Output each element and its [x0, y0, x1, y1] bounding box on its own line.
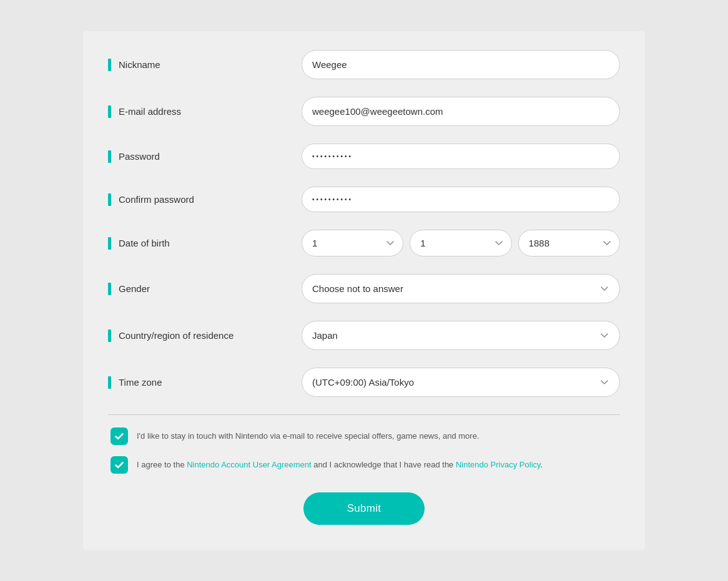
submit-button[interactable]: Submit: [303, 492, 425, 525]
confirm-password-row: Confirm password: [108, 187, 620, 212]
country-bar: [108, 330, 111, 342]
timezone-select[interactable]: (UTC+09:00) Asia/Tokyo (UTC+00:00) UTC (…: [302, 368, 620, 397]
privacy-policy-link[interactable]: Nintendo Privacy Policy: [456, 460, 541, 469]
confirm-password-input[interactable]: [302, 187, 620, 212]
registration-form: Nickname E-mail address Password Confirm…: [83, 31, 645, 550]
gender-row: Gender Choose not to answer Male Female …: [108, 274, 620, 303]
dob-container: 1 2 3 4 5 6 7 8 9 10 11 12 1 2 3 4 5 6 7: [302, 230, 620, 256]
password-row: Password: [108, 144, 620, 169]
confirm-password-label: Confirm password: [108, 193, 302, 206]
dob-row: Date of birth 1 2 3 4 5 6 7 8 9 10 11 12…: [108, 230, 620, 256]
email-label: E-mail address: [108, 105, 302, 118]
agreement-checkbox-wrapper[interactable]: [111, 456, 128, 474]
timezone-bar: [108, 376, 111, 389]
email-bar: [108, 105, 111, 118]
agreement-row: I agree to the Nintendo Account User Agr…: [108, 456, 620, 474]
timezone-label: Time zone: [108, 376, 302, 389]
dob-label: Date of birth: [108, 237, 302, 250]
gender-label: Gender: [108, 283, 302, 295]
country-select[interactable]: Japan United States United Kingdom Austr…: [302, 321, 620, 350]
email-input[interactable]: [302, 97, 620, 126]
newsletter-row: I'd like to stay in touch with Nintendo …: [108, 427, 620, 445]
newsletter-label: I'd like to stay in touch with Nintendo …: [137, 427, 480, 443]
password-bar: [108, 150, 111, 163]
nickname-input[interactable]: [302, 50, 620, 79]
dob-day-select[interactable]: 1 2 3 4 5 6 7 8 9 10: [410, 230, 511, 256]
timezone-row: Time zone (UTC+09:00) Asia/Tokyo (UTC+00…: [108, 368, 620, 397]
country-label: Country/region of residence: [108, 330, 302, 342]
agreement-label: I agree to the Nintendo Account User Agr…: [137, 456, 543, 472]
newsletter-checkbox-wrapper[interactable]: [111, 427, 128, 445]
dob-bar: [108, 237, 111, 250]
nickname-label: Nickname: [108, 59, 302, 71]
nickname-bar: [108, 59, 111, 71]
nickname-row: Nickname: [108, 50, 620, 79]
email-row: E-mail address: [108, 97, 620, 126]
gender-select[interactable]: Choose not to answer Male Female Other: [302, 274, 620, 303]
password-input[interactable]: [302, 144, 620, 169]
password-label: Password: [108, 150, 302, 163]
dob-month-select[interactable]: 1 2 3 4 5 6 7 8 9 10 11 12: [302, 230, 403, 256]
submit-container: Submit: [108, 492, 620, 525]
user-agreement-link[interactable]: Nintendo Account User Agreement: [187, 460, 311, 469]
form-divider: [108, 414, 620, 415]
confirm-password-bar: [108, 193, 111, 206]
dob-year-select[interactable]: 1888 1890 1900 1950 2000: [518, 230, 620, 256]
gender-bar: [108, 283, 111, 295]
country-row: Country/region of residence Japan United…: [108, 321, 620, 350]
